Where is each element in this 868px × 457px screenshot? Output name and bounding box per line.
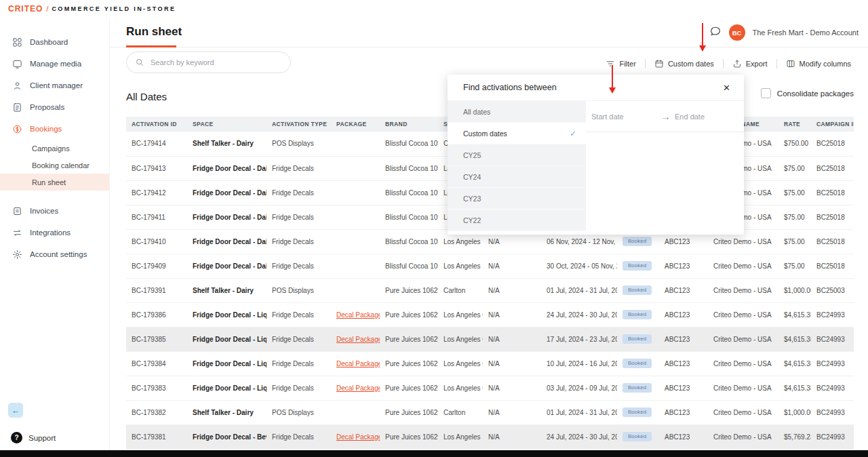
date-preset-option[interactable]: Custom dates✓ bbox=[448, 123, 586, 144]
avatar[interactable]: BC bbox=[729, 24, 745, 41]
table-row[interactable]: BC-179384Fridge Door Decal - LiquorFridg… bbox=[126, 351, 854, 376]
cell-dates: 10 Jul, 2024 - 16 Jul, 2024 bbox=[541, 351, 617, 376]
integrations-arrows-icon bbox=[12, 228, 22, 238]
package-link[interactable]: Decal Package bbox=[336, 311, 380, 319]
chat-bubble-icon[interactable] bbox=[709, 25, 722, 40]
custom-dates-label: Custom dates bbox=[668, 60, 714, 68]
cell-campaign: BC25018 bbox=[811, 156, 854, 180]
cell-agency: Criteo Demo - USA bbox=[708, 424, 778, 449]
export-button[interactable]: Export bbox=[724, 57, 776, 71]
person-icon bbox=[12, 81, 22, 91]
cell-rate: $1,000.00 bbox=[778, 400, 811, 424]
package-link[interactable]: Decal Package bbox=[336, 336, 380, 343]
sidebar: Dashboard Manage media Client manager Pr… bbox=[0, 18, 110, 450]
package-link[interactable]: Decal Package bbox=[336, 360, 380, 367]
column-header-brand[interactable]: BRAND bbox=[380, 117, 438, 132]
status-badge: Booked bbox=[623, 383, 652, 393]
document-icon bbox=[12, 102, 22, 113]
table-controls: Filter Custom dates Export Modify column… bbox=[597, 57, 860, 71]
page-title: Run sheet bbox=[126, 25, 182, 39]
cell-space: Fridge Door Decal - Liquor bbox=[187, 302, 267, 327]
start-date-input[interactable] bbox=[591, 113, 656, 121]
package-link[interactable]: Decal Package bbox=[336, 433, 380, 441]
cell-package bbox=[331, 205, 380, 229]
cell-brand: Pure Juices 10629 bbox=[380, 302, 438, 327]
consolidate-checkbox[interactable] bbox=[761, 88, 771, 98]
table-row[interactable]: BC-179385Fridge Door Decal - LiquorFridg… bbox=[126, 327, 854, 351]
package-link[interactable]: Decal Package bbox=[336, 384, 380, 392]
modify-columns-button[interactable]: Modify columns bbox=[777, 57, 860, 71]
sidebar-item-manage-media[interactable]: Manage media bbox=[0, 53, 109, 75]
sidebar-item-account-settings[interactable]: Account settings bbox=[0, 243, 109, 265]
export-label: Export bbox=[746, 60, 768, 68]
sidebar-subitem-campaigns[interactable]: Campaigns bbox=[0, 140, 109, 157]
sidebar-item-proposals[interactable]: Proposals bbox=[0, 96, 109, 118]
check-icon: ✓ bbox=[570, 129, 576, 138]
cell-status: Booked bbox=[617, 327, 659, 351]
sidebar-item-integrations[interactable]: Integrations bbox=[0, 222, 109, 243]
cell-type: Fridge Decals bbox=[267, 205, 331, 229]
table-row[interactable]: BC-179382Shelf Talker - DairyPOS Display… bbox=[126, 400, 854, 424]
sidebar-item-client-manager[interactable]: Client manager bbox=[0, 75, 109, 96]
cell-brand: Pure Juices 10629 bbox=[380, 327, 438, 351]
date-preset-option[interactable]: CY25 bbox=[448, 144, 586, 166]
question-icon: ? bbox=[11, 432, 22, 443]
cell-po: ABC123 bbox=[659, 302, 708, 327]
account-name[interactable]: The Fresh Mart - Demo Account bbox=[753, 28, 859, 37]
date-preset-label: CY23 bbox=[463, 195, 481, 203]
table-row[interactable]: BC-179381Fridge Door Decal - BeverageFri… bbox=[126, 424, 854, 449]
cell-type: Fridge Decals bbox=[267, 327, 331, 351]
column-header-campaign[interactable]: CAMPAIGN ID bbox=[811, 117, 854, 132]
cell-agency: Criteo Demo - USA bbox=[708, 351, 778, 376]
date-preset-option[interactable]: All dates bbox=[448, 101, 586, 123]
table-row[interactable]: BC-179386Fridge Door Decal - LiquorFridg… bbox=[126, 302, 854, 327]
status-badge: Booked bbox=[623, 310, 652, 319]
sidebar-item-dashboard[interactable]: Dashboard bbox=[0, 31, 109, 53]
column-header-package[interactable]: PACKAGE bbox=[331, 117, 380, 132]
date-preset-option[interactable]: CY22 bbox=[448, 210, 586, 231]
cell-rate: $750.00 bbox=[778, 132, 811, 156]
sidebar-item-bookings[interactable]: Bookings bbox=[0, 118, 109, 140]
cell-brand: Pure Juices 10629 bbox=[380, 278, 438, 302]
cell-status: Booked bbox=[617, 278, 659, 302]
table-row[interactable]: BC-179391Shelf Talker - DairyPOS Display… bbox=[126, 278, 854, 302]
cell-po: ABC123 bbox=[659, 351, 708, 376]
column-header-id[interactable]: ACTIVATION ID bbox=[126, 117, 187, 132]
cell-store: N/A bbox=[483, 424, 541, 449]
table-row[interactable]: BC-179409Fridge Door Decal - DairyFridge… bbox=[126, 254, 854, 278]
cell-po: ABC123 bbox=[659, 278, 708, 302]
column-header-type[interactable]: ACTIVATION TYPE bbox=[267, 117, 331, 132]
cell-status: Booked bbox=[617, 302, 659, 327]
cell-campaign: BC24993 bbox=[811, 302, 854, 327]
sidebar-item-invoices[interactable]: Invoices bbox=[0, 200, 109, 222]
filter-button[interactable]: Filter bbox=[597, 57, 644, 71]
date-preset-option[interactable]: CY23 bbox=[448, 188, 586, 210]
find-activations-dialog: Find activations between ✕ All datesCust… bbox=[448, 75, 744, 235]
active-tab-indicator bbox=[126, 45, 176, 47]
custom-dates-button[interactable]: Custom dates bbox=[646, 57, 723, 71]
column-header-rate[interactable]: RATE bbox=[778, 117, 811, 132]
date-preset-option[interactable]: CY24 bbox=[448, 166, 586, 188]
cell-package: Decal Package bbox=[331, 327, 380, 351]
date-preset-label: CY25 bbox=[463, 151, 481, 159]
date-preset-label: CY24 bbox=[463, 173, 481, 181]
cell-campaign: BC25018 bbox=[811, 229, 854, 254]
sidebar-collapse-button[interactable]: ← bbox=[8, 403, 23, 418]
cell-store: N/A bbox=[483, 302, 541, 327]
search-input[interactable] bbox=[151, 58, 282, 66]
sidebar-subitem-run-sheet[interactable]: Run sheet bbox=[0, 174, 109, 191]
end-date-input[interactable] bbox=[675, 113, 740, 121]
cell-campaign: BC25018 bbox=[811, 180, 854, 205]
table-row[interactable]: BC-179383Fridge Door Decal - LiquorFridg… bbox=[126, 376, 854, 400]
column-header-space[interactable]: SPACE bbox=[187, 117, 267, 132]
close-icon[interactable]: ✕ bbox=[723, 83, 730, 93]
cell-type: POS Displays bbox=[267, 132, 331, 156]
cell-brand: Blissful Cocoa 10964 bbox=[380, 180, 438, 205]
cell-status: Booked bbox=[617, 254, 659, 278]
cell-po: ABC123 bbox=[659, 376, 708, 400]
sidebar-subitem-booking-calendar[interactable]: Booking calendar bbox=[0, 157, 109, 174]
cell-suburb: Los Angeles bbox=[438, 254, 483, 278]
status-badge: Booked bbox=[623, 432, 652, 441]
dashboard-icon bbox=[12, 37, 22, 47]
support-button[interactable]: ? Support bbox=[11, 432, 56, 443]
